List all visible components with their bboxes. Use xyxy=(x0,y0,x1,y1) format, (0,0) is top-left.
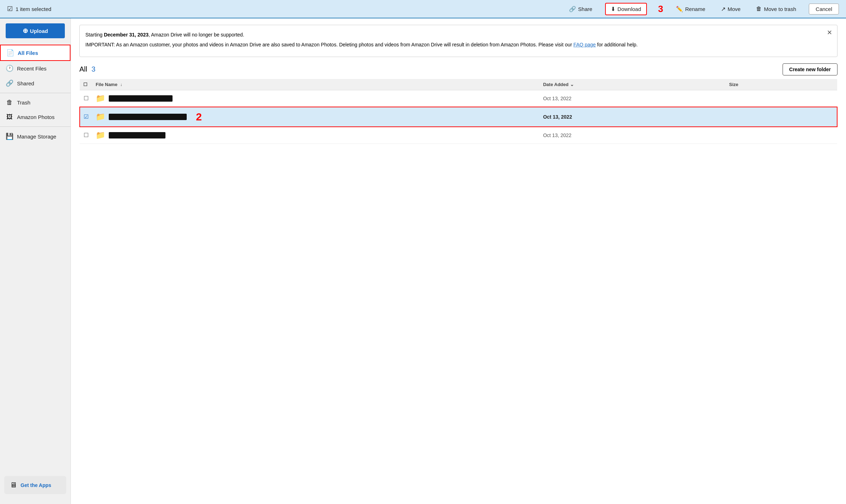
sidebar-item-recent-files[interactable]: 🕐 Recent Files xyxy=(0,61,70,76)
move-icon: ↗ xyxy=(721,6,726,12)
download-icon: ⬇ xyxy=(611,6,615,12)
manage-storage-icon: 💾 xyxy=(6,132,13,140)
checkbox-checked-icon: ☑ xyxy=(84,114,89,120)
row1-checkbox[interactable]: ☐ xyxy=(80,90,92,107)
table-row[interactable]: ☑ 📁 2 Oct 13, 2022 xyxy=(80,107,837,127)
file-section-title: All 3 xyxy=(79,65,95,73)
sidebar-divider xyxy=(0,93,70,93)
table-row[interactable]: ☐ 📁 Oct 13, 2022 xyxy=(80,90,837,107)
topbar-actions: 🔗 Share ⬇ Download 3 ✏️ Rename ↗ Move 🗑 … xyxy=(566,3,839,15)
checkbox-header-icon: ☐ xyxy=(83,82,88,87)
sidebar-item-shared[interactable]: 🔗 Shared xyxy=(0,76,70,91)
main-layout: ⊕ Upload 📄 All Files 1 🕐 Recent Files 🔗 … xyxy=(0,18,846,504)
row2-name-cell[interactable]: 📁 2 xyxy=(92,107,540,127)
row3-checkbox[interactable]: ☐ xyxy=(80,127,92,144)
sort-arrow-icon: ↓ xyxy=(120,82,122,87)
row3-size xyxy=(726,127,837,144)
main-content: ✕ Starting December 31, 2023, Amazon Dri… xyxy=(71,18,846,504)
sidebar-divider-2 xyxy=(0,126,70,127)
select-all-checkbox[interactable]: ☐ xyxy=(80,79,92,90)
topbar: ☑ 1 item selected 🔗 Share ⬇ Download 3 ✏… xyxy=(0,0,846,18)
recent-files-icon: 🕐 xyxy=(6,64,13,72)
upload-button[interactable]: ⊕ Upload xyxy=(6,23,65,38)
annotation-3: 3 xyxy=(658,4,663,15)
redacted-filename xyxy=(109,95,173,102)
file-section-header: All 3 Create new folder xyxy=(79,63,837,75)
row2-size xyxy=(726,107,837,127)
table-row[interactable]: ☐ 📁 Oct 13, 2022 xyxy=(80,127,837,144)
checkbox-unchecked-icon: ☐ xyxy=(84,132,89,138)
sidebar: ⊕ Upload 📄 All Files 1 🕐 Recent Files 🔗 … xyxy=(0,18,71,504)
amazon-photos-icon: 🖼 xyxy=(6,113,13,121)
get-apps-icon: 🖥 xyxy=(10,481,17,489)
table-header-row: ☐ File Name ↓ Date Added ⌄ xyxy=(80,79,837,90)
get-apps-section[interactable]: 🖥 Get the Apps xyxy=(4,476,66,494)
col-header-size: Size xyxy=(726,79,837,90)
share-button[interactable]: 🔗 Share xyxy=(566,4,595,14)
notice-banner: ✕ Starting December 31, 2023, Amazon Dri… xyxy=(79,25,837,57)
row1-name-cell[interactable]: 📁 xyxy=(92,90,540,107)
create-new-folder-button[interactable]: Create new folder xyxy=(783,63,837,75)
row1-size xyxy=(726,90,837,107)
trash-nav-icon: 🗑 xyxy=(6,99,13,106)
row1-date: Oct 13, 2022 xyxy=(540,90,726,107)
col-header-name[interactable]: File Name ↓ xyxy=(92,79,540,90)
folder-icon: 📁 xyxy=(96,94,105,103)
row3-name-cell[interactable]: 📁 xyxy=(92,127,540,144)
redacted-filename xyxy=(109,132,165,138)
redacted-filename xyxy=(109,114,187,120)
col-header-date[interactable]: Date Added ⌄ xyxy=(540,79,726,90)
sidebar-item-trash[interactable]: 🗑 Trash xyxy=(0,95,70,110)
checkbox-unchecked-icon: ☐ xyxy=(84,95,89,101)
row3-date: Oct 13, 2022 xyxy=(540,127,726,144)
folder-icon: 📁 xyxy=(96,131,105,140)
selected-count-label: 1 item selected xyxy=(16,6,51,12)
file-table: ☐ File Name ↓ Date Added ⌄ xyxy=(79,79,837,144)
move-button[interactable]: ↗ Move xyxy=(718,4,744,14)
all-files-icon: 📄 xyxy=(6,49,14,57)
share-icon: 🔗 xyxy=(569,6,576,12)
checkbox-checked-icon: ☑ xyxy=(7,5,13,13)
selection-status: ☑ 1 item selected xyxy=(7,5,71,13)
move-to-trash-button[interactable]: 🗑 Move to trash xyxy=(753,4,799,13)
cancel-button[interactable]: Cancel xyxy=(809,4,839,15)
rename-icon: ✏️ xyxy=(676,6,683,12)
sidebar-item-amazon-photos[interactable]: 🖼 Amazon Photos xyxy=(0,110,70,124)
notice-line2: IMPORTANT: As an Amazon customer, your p… xyxy=(85,41,823,49)
row2-checkbox[interactable]: ☑ xyxy=(80,107,92,127)
upload-icon: ⊕ xyxy=(23,27,28,35)
shared-icon: 🔗 xyxy=(6,79,13,87)
date-sort-icon: ⌄ xyxy=(570,82,574,87)
trash-icon: 🗑 xyxy=(756,6,762,12)
notice-line1: Starting December 31, 2023, Amazon Drive… xyxy=(85,31,823,39)
folder-icon: 📁 xyxy=(96,112,105,121)
row2-date: Oct 13, 2022 xyxy=(540,107,726,127)
notice-close-button[interactable]: ✕ xyxy=(827,29,832,36)
annotation-2: 2 xyxy=(196,111,202,123)
file-section: All 3 Create new folder ☐ File Name ↓ xyxy=(79,63,837,144)
faq-link[interactable]: FAQ page xyxy=(574,42,596,47)
sidebar-item-manage-storage[interactable]: 💾 Manage Storage xyxy=(0,129,70,144)
download-button[interactable]: ⬇ Download xyxy=(605,3,647,15)
sidebar-item-all-files[interactable]: 📄 All Files 1 xyxy=(0,45,70,61)
rename-button[interactable]: ✏️ Rename xyxy=(673,4,708,14)
